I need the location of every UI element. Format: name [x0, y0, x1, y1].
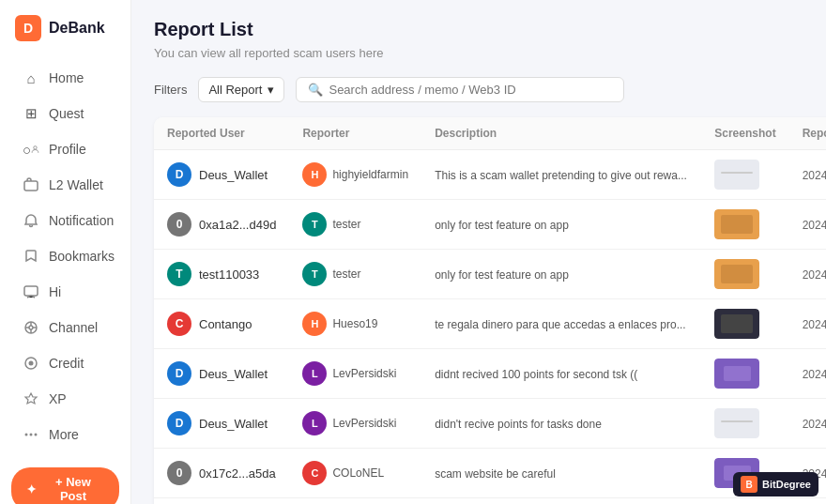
- home-icon: [23, 69, 39, 86]
- sidebar-item-more[interactable]: More: [8, 418, 123, 451]
- sidebar-item-credit[interactable]: Credit: [8, 346, 123, 380]
- channel-icon: [23, 319, 39, 336]
- reported-user-name: Contango: [199, 317, 252, 331]
- reporter-cell: H highyieldfarmin: [289, 150, 421, 200]
- sidebar-item-xp[interactable]: XP: [8, 382, 123, 416]
- reported-user-cell: 0 0x17c2...a5da: [154, 449, 289, 498]
- svg-marker-11: [25, 393, 37, 404]
- bitdegree-badge: B BitDegree: [733, 472, 818, 496]
- reporter-cell: L LevPersidski: [289, 349, 421, 399]
- report-time: 2024.09.13 10:22: [803, 219, 826, 232]
- reporter-name: COLoNEL: [332, 466, 384, 480]
- report-time-cell: 2024.09.13 10:20: [789, 250, 826, 299]
- sidebar-item-bookmarks[interactable]: Bookmarks: [8, 239, 123, 273]
- table-row[interactable]: 0 0xa1a2...d49d T tester only for test f…: [154, 200, 826, 250]
- reporter-avatar: C: [302, 461, 327, 485]
- sidebar-label-quest: Quest: [49, 106, 84, 121]
- sidebar-item-quest[interactable]: Quest: [8, 97, 123, 130]
- reporter-cell: H Hueso19: [289, 299, 421, 349]
- svg-rect-1: [24, 181, 38, 191]
- chevron-down-icon: ▾: [268, 83, 274, 97]
- screenshot-cell: [701, 349, 788, 399]
- reporter-avatar: L: [302, 361, 327, 386]
- screenshot-cell: [701, 200, 788, 250]
- svg-rect-2: [24, 286, 38, 296]
- svg-point-13: [30, 434, 33, 436]
- col-reporter: Reporter: [289, 117, 421, 150]
- sidebar-label-channel: Channel: [49, 320, 98, 335]
- description-cell: only for test feature on app: [421, 250, 701, 299]
- description-cell: didnt recived 100 points for second tsk …: [421, 349, 701, 399]
- search-box[interactable]: 🔍: [296, 77, 624, 102]
- reported-user-name: test110033: [199, 267, 259, 282]
- reporter-name: LevPersidski: [332, 417, 396, 430]
- table-row[interactable]: T test110033 T tester only for test feat…: [154, 250, 826, 299]
- screenshot-cell: [701, 250, 788, 299]
- svg-point-10: [29, 361, 34, 366]
- table-row[interactable]: C Contango H Hueso19 te regala dinero pa…: [154, 299, 826, 349]
- reported-user-name: 0x17c2...a5da: [199, 466, 276, 481]
- description-text: only for test feature on app: [435, 219, 569, 232]
- description-text: didn't recive points for tasks done: [435, 418, 602, 431]
- reported-user-cell: T test110033: [154, 250, 289, 299]
- report-time-cell: 2024.09.12 14:15: [789, 399, 826, 449]
- sidebar-item-profile[interactable]: Profile: [8, 132, 123, 166]
- search-input[interactable]: [329, 83, 612, 97]
- sidebar-label-l2wallet: L2 Wallet: [49, 177, 103, 192]
- screenshot-cell: [701, 299, 788, 349]
- new-post-button[interactable]: ✦ + New Post: [11, 467, 119, 504]
- main-content: Report List You can view all reported sc…: [131, 0, 826, 504]
- col-report-time: Report Time: [789, 117, 826, 150]
- screenshot-cell: [701, 150, 788, 200]
- page-title: Report List: [154, 19, 803, 40]
- report-time-cell: 2024.09.13 02:12: [789, 299, 826, 349]
- page-subtitle: You can view all reported scam users her…: [154, 46, 803, 60]
- col-description: Description: [421, 117, 701, 150]
- report-time-cell: 2024.09.12 15:25: [789, 349, 826, 399]
- description-cell: didn't recive points for tasks done: [421, 399, 701, 449]
- reported-user-avatar: D: [167, 411, 191, 435]
- filter-selected-value: All Report: [208, 83, 262, 97]
- reporter-name: highyieldfarmin: [332, 168, 408, 181]
- table-row[interactable]: D Deus_Wallet L LevPersidski didnt reciv…: [154, 349, 826, 399]
- reported-user-cell: 0 0xa1a2...d49d: [154, 200, 289, 250]
- quest-icon: [23, 105, 39, 122]
- sidebar-item-hi[interactable]: Hi: [8, 275, 123, 309]
- filter-dropdown[interactable]: All Report ▾: [198, 77, 284, 102]
- reporter-name: tester: [332, 218, 360, 231]
- report-time: 2024.09.12 15:25: [803, 368, 826, 381]
- sidebar-label-profile: Profile: [49, 142, 86, 157]
- l2wallet-icon: [23, 176, 39, 193]
- bookmarks-icon: [23, 248, 39, 265]
- description-cell: scam website be careful: [421, 449, 701, 498]
- description-text: only for test feature on app: [435, 268, 569, 282]
- reporter-cell: C COLoNEL: [289, 449, 421, 498]
- screenshot-thumb: [714, 359, 759, 389]
- svg-point-14: [35, 434, 38, 436]
- sidebar-label-notification: Notification: [49, 213, 114, 228]
- table-row[interactable]: D Deus_Wallet H highyieldfarmin This is …: [154, 150, 826, 200]
- col-screenshot: Screenshot: [701, 117, 788, 150]
- sidebar-item-home[interactable]: Home: [8, 61, 123, 95]
- screenshot-thumb: [714, 209, 759, 239]
- reported-user-cell: D Deus_Wallet: [154, 399, 289, 449]
- reporter-cell: S SPAR: [289, 498, 421, 505]
- sidebar-label-xp: XP: [49, 391, 67, 406]
- table-row[interactable]: M Monakh S SPAR sent me fake private key…: [154, 498, 826, 505]
- reported-user-name: Deus_Wallet: [199, 367, 268, 381]
- report-time: 2024.09.13 13:24: [803, 169, 826, 182]
- sidebar-item-notification[interactable]: Notification: [8, 204, 123, 237]
- reported-user-name: 0xa1a2...d49d: [199, 218, 276, 232]
- table-row[interactable]: 0 0x17c2...a5da C COLoNEL scam website b…: [154, 449, 826, 498]
- screenshot-cell: [701, 399, 788, 449]
- report-time: 2024.09.12 14:15: [803, 418, 826, 431]
- reported-user-avatar: 0: [167, 212, 191, 237]
- new-post-plus: ✦: [26, 482, 37, 496]
- reporter-cell: T tester: [289, 250, 421, 299]
- filters-label: Filters: [154, 83, 187, 97]
- sidebar-item-l2wallet[interactable]: L2 Wallet: [8, 168, 123, 202]
- reporter-name: LevPersidski: [332, 367, 396, 380]
- table-row[interactable]: D Deus_Wallet L LevPersidski didn't reci…: [154, 399, 826, 449]
- xp-icon: [23, 390, 39, 407]
- sidebar-item-channel[interactable]: Channel: [8, 311, 123, 344]
